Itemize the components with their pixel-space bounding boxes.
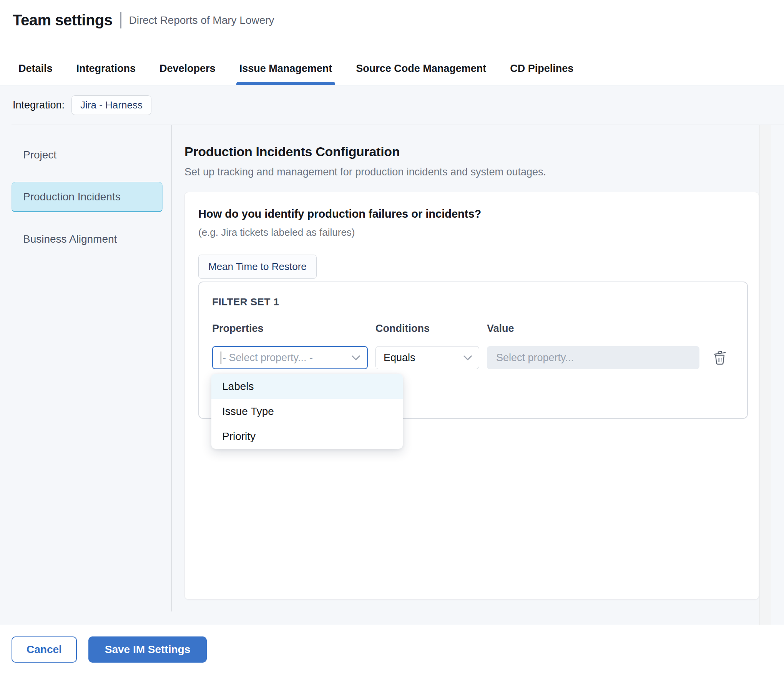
save-im-settings-button[interactable]: Save IM Settings xyxy=(88,636,207,663)
tab-source-code-management[interactable]: Source Code Management xyxy=(355,63,487,85)
section-description: Set up tracking and management for produ… xyxy=(184,166,784,178)
team-settings-page: Team settings Direct Reports of Mary Low… xyxy=(0,0,784,673)
sidebar-item-project[interactable]: Project xyxy=(12,140,163,170)
value-input[interactable] xyxy=(487,346,699,369)
sidebar-item-production-incidents[interactable]: Production Incidents xyxy=(12,182,163,212)
title-divider xyxy=(120,12,121,28)
text-caret xyxy=(221,351,221,364)
integration-chip[interactable]: Jira - Harness xyxy=(71,95,151,115)
tab-issue-management[interactable]: Issue Management xyxy=(239,63,333,85)
tab-cd-pipelines[interactable]: CD Pipelines xyxy=(509,63,574,85)
title-row: Team settings Direct Reports of Mary Low… xyxy=(13,12,784,29)
settings-sidebar: Project Production Incidents Business Al… xyxy=(0,125,172,625)
page-subtitle: Direct Reports of Mary Lowery xyxy=(129,14,274,27)
chevron-down-icon xyxy=(463,355,472,360)
cancel-button[interactable]: Cancel xyxy=(12,636,77,663)
conditions-column-label: Conditions xyxy=(375,323,479,335)
tab-integrations[interactable]: Integrations xyxy=(76,63,137,85)
incidents-config-card: How do you identify production failures … xyxy=(184,192,759,600)
dropdown-option-labels[interactable]: Labels xyxy=(211,374,403,399)
chevron-down-icon xyxy=(352,355,360,360)
mean-time-to-restore-tab[interactable]: Mean Time to Restore xyxy=(198,255,317,279)
page-title: Team settings xyxy=(13,12,113,29)
property-select[interactable]: - Select property... - xyxy=(212,346,368,369)
property-dropdown: Labels Issue Type Priority xyxy=(211,374,403,449)
condition-select[interactable]: Equals xyxy=(375,346,479,369)
properties-column-label: Properties xyxy=(212,323,368,335)
page-header: Team settings Direct Reports of Mary Low… xyxy=(0,0,784,85)
identify-question: How do you identify production failures … xyxy=(198,208,743,220)
footer-bar: Cancel Save IM Settings xyxy=(0,625,784,673)
trash-icon xyxy=(713,350,727,366)
dropdown-option-priority[interactable]: Priority xyxy=(211,424,403,449)
sidebar-item-business-alignment[interactable]: Business Alignment xyxy=(12,224,163,255)
dropdown-option-issue-type[interactable]: Issue Type xyxy=(211,399,403,424)
tab-bar: Details Integrations Developers Issue Ma… xyxy=(0,63,784,85)
main-panel: Production Incidents Configuration Set u… xyxy=(172,125,784,625)
filter-set-title: FILTER SET 1 xyxy=(212,296,734,308)
tab-details[interactable]: Details xyxy=(18,63,53,85)
content-area: Project Production Incidents Business Al… xyxy=(0,125,784,625)
delete-filter-button[interactable] xyxy=(713,349,728,366)
property-placeholder: - Select property... - xyxy=(221,351,313,364)
tab-developers[interactable]: Developers xyxy=(159,63,216,85)
condition-value: Equals xyxy=(384,352,415,364)
integration-label: Integration: xyxy=(13,99,65,111)
section-heading: Production Incidents Configuration xyxy=(184,144,784,159)
identify-hint: (e.g. Jira tickets labeled as failures) xyxy=(198,227,743,238)
value-column-label: Value xyxy=(487,323,699,335)
integration-row: Integration: Jira - Harness xyxy=(0,85,784,125)
filter-grid: Properties Conditions Value - Select pro… xyxy=(212,323,734,369)
